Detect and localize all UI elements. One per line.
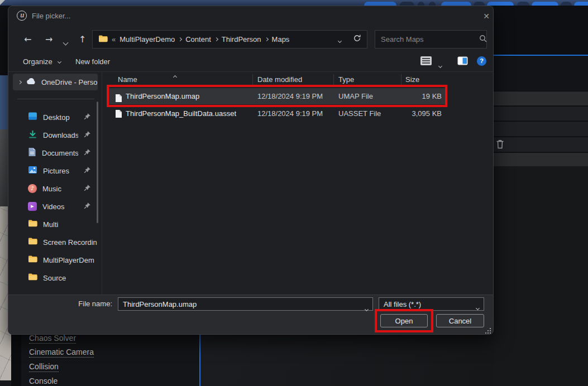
tab-pill	[400, 2, 414, 6]
sidebar-item-label: Source	[43, 274, 98, 282]
details-panel-header	[494, 6, 588, 55]
file-name: ThirdPersonMap.umap	[126, 88, 199, 104]
details-row	[494, 121, 588, 136]
search-input[interactable]	[381, 35, 479, 44]
pin-icon	[84, 112, 91, 122]
folder-icon	[28, 237, 37, 247]
breadcrumb-maps[interactable]: Maps	[272, 35, 290, 44]
tab-pill	[364, 2, 396, 6]
forward-button[interactable]: →	[45, 34, 52, 45]
column-divider[interactable]	[252, 74, 253, 85]
recent-locations-button[interactable]	[64, 37, 68, 47]
sidebar-item-label: Pictures	[43, 167, 78, 175]
music-icon: ♪	[28, 184, 37, 193]
tab-pill	[517, 2, 529, 6]
file-icon	[114, 91, 122, 108]
breadcrumb-content[interactable]: Content	[185, 35, 211, 44]
file-type: UMAP File	[338, 88, 373, 104]
column-header-type[interactable]: Type	[338, 75, 354, 84]
column-header-size[interactable]: Size	[405, 75, 419, 84]
sidebar-item-videos[interactable]: ▶ Videos	[13, 199, 98, 214]
folder-icon	[98, 35, 108, 45]
open-button[interactable]: Open	[380, 314, 428, 327]
close-icon[interactable]: ✕	[481, 11, 492, 22]
cancel-button-label: Cancel	[449, 317, 471, 325]
column-header-date-modified[interactable]: Date modified	[257, 75, 302, 84]
pin-icon	[84, 130, 91, 140]
sidebar-divider	[102, 71, 102, 295]
breadcrumb-thirdperson[interactable]: ThirdPerson	[222, 35, 261, 44]
view-mode-dropdown[interactable]	[439, 60, 442, 70]
sidebar-item-label: Multi	[43, 220, 98, 229]
tab-pill	[474, 2, 485, 6]
file-type-select[interactable]: All files (*.*)	[379, 297, 484, 311]
settings-link-cinematic-camera[interactable]: Cinematic Camera	[29, 348, 94, 358]
screen: Chaos Solver Cinematic Camera Collision …	[0, 0, 588, 386]
sidebar-item-label: Screen Recordin	[43, 238, 98, 247]
settings-link-chaos-solver[interactable]: Chaos Solver	[29, 334, 76, 344]
sidebar-item-onedrive[interactable]: OneDrive - Perso	[13, 74, 98, 90]
address-bar[interactable]: « MultiPlayerDemo Content ThirdPerson Ma…	[92, 30, 367, 49]
address-dropdown-button[interactable]	[338, 35, 341, 45]
details-row	[494, 91, 588, 105]
tab-pill	[429, 2, 436, 6]
details-panel-body	[494, 166, 588, 386]
sidebar-item-documents[interactable]: Documents	[13, 145, 98, 161]
sidebar-item-screen-recordings[interactable]: Screen Recordin	[13, 234, 98, 250]
back-button[interactable]: ←	[24, 34, 31, 45]
settings-link-collision[interactable]: Collision	[29, 362, 59, 372]
preview-pane-button[interactable]	[457, 56, 468, 67]
new-folder-button[interactable]: New folder	[75, 57, 110, 66]
column-divider[interactable]	[401, 74, 401, 85]
breadcrumb-separator-icon	[178, 37, 182, 41]
sidebar-scrollbar[interactable]	[97, 102, 98, 223]
sidebar-item-desktop[interactable]: Desktop	[13, 109, 98, 125]
sidebar-item-source[interactable]: Source	[13, 270, 98, 286]
sidebar-item-music[interactable]: ♪ Music	[13, 181, 98, 196]
file-row-thirdpersonmap-umap[interactable]: ThirdPersonMap.umap 12/18/2024 9:19 PM U…	[109, 88, 447, 104]
chevron-down-icon[interactable]	[365, 303, 368, 313]
breadcrumb-overflow[interactable]: «	[112, 35, 116, 44]
resize-grip[interactable]	[485, 326, 491, 336]
file-name: ThirdPersonMap_BuiltData.uasset	[126, 107, 236, 120]
sidebar-item-multiplayerdemo[interactable]: MultiPlayerDem	[13, 252, 98, 268]
unreal-logo: u	[17, 11, 27, 21]
videos-icon: ▶	[28, 202, 37, 211]
sidebar-item-label: Documents	[42, 149, 78, 157]
column-divider[interactable]	[333, 74, 334, 85]
browser-tab-strip	[0, 0, 588, 6]
expand-chevron-icon	[18, 80, 22, 84]
help-button[interactable]: ?	[477, 56, 486, 66]
settings-link-console[interactable]: Console	[29, 377, 58, 386]
onedrive-label: OneDrive - Perso	[41, 78, 98, 86]
folder-icon	[28, 219, 37, 229]
breadcrumb-separator-icon	[265, 37, 269, 41]
tab-pill	[418, 2, 424, 6]
sort-ascending-icon	[174, 71, 176, 81]
sidebar-section-divider	[17, 99, 94, 99]
file-size: 19 KB	[394, 88, 442, 104]
sidebar-item-label: MultiPlayerDem	[43, 256, 98, 264]
file-name-input[interactable]	[123, 300, 360, 308]
organize-button[interactable]: Organize	[23, 57, 61, 66]
trash-icon[interactable]	[496, 139, 504, 151]
file-row-thirdpersonmap-builtdata-uasset[interactable]: ThirdPersonMap_BuiltData.uasset 12/18/20…	[109, 107, 447, 120]
navigation-sidebar: OneDrive - Perso Desktop Downloads Docum…	[13, 73, 101, 296]
breadcrumb-multiplayerdemo[interactable]: MultiPlayerDemo	[119, 35, 175, 44]
sidebar-item-label: Music	[42, 185, 78, 193]
column-header-name[interactable]: Name	[118, 75, 137, 84]
sidebar-item-multi[interactable]: Multi	[13, 216, 98, 232]
sidebar-item-downloads[interactable]: Downloads	[13, 127, 98, 143]
dialog-title: File picker...	[32, 12, 70, 20]
up-button[interactable]: ↑	[79, 34, 86, 45]
cancel-button[interactable]: Cancel	[436, 314, 484, 327]
tab-pill	[487, 2, 514, 6]
pin-icon	[84, 201, 91, 211]
refresh-button[interactable]	[353, 34, 361, 45]
sidebar-item-pictures[interactable]: Pictures	[13, 163, 98, 178]
settings-panel-edge	[11, 335, 21, 386]
file-type-value: All files (*.*)	[384, 300, 421, 308]
editor-details-panel	[494, 6, 588, 386]
onedrive-cloud-icon	[26, 77, 36, 87]
view-mode-button[interactable]	[420, 56, 432, 67]
